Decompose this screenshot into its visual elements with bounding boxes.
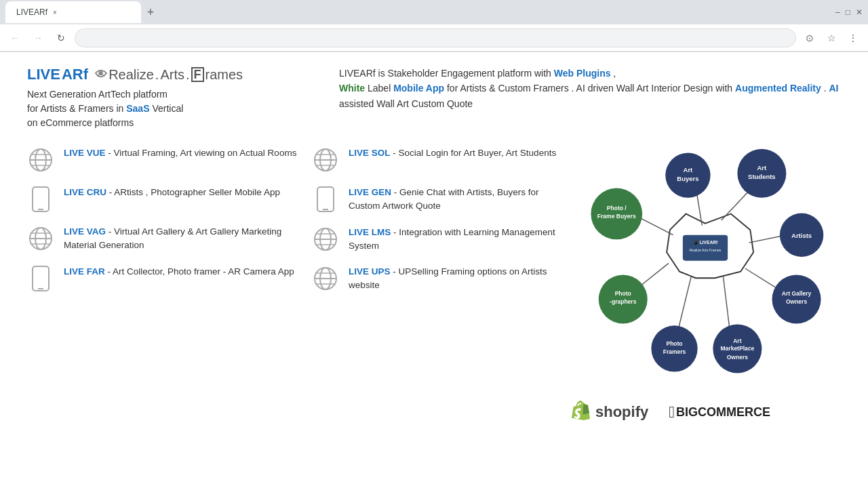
feature-cru-desc: - ARtists , Photographer Seller Mobile A… bbox=[106, 187, 280, 197]
subtitle-saas: SaaS bbox=[126, 103, 149, 114]
description-area: LIVEARf is Stakeholder Engagement platfo… bbox=[339, 66, 841, 130]
svg-rect-19 bbox=[317, 187, 334, 211]
feature-sol-name: LIVE SOL bbox=[349, 148, 391, 158]
logo-box-f: F bbox=[191, 67, 204, 82]
nav-bar: ← → ↻ ⊙ ☆ ⋮ bbox=[0, 24, 868, 52]
svg-text:Framers: Framers bbox=[663, 348, 686, 355]
globe-icon-sol bbox=[313, 147, 338, 173]
feature-far-icon bbox=[27, 265, 54, 292]
svg-text:Owners: Owners bbox=[727, 354, 748, 361]
active-tab[interactable]: LIVEARf × bbox=[5, 1, 141, 23]
logo-frames-rest: rames bbox=[205, 67, 243, 83]
minimize-button[interactable]: – bbox=[835, 7, 840, 17]
tab-bar: LIVEARf × + – □ ✕ bbox=[0, 0, 868, 24]
desc-ar: Augmented Reality bbox=[735, 83, 821, 94]
svg-rect-5 bbox=[33, 187, 49, 211]
more-menu-icon[interactable]: ⋮ bbox=[844, 28, 863, 47]
feature-far-desc: - Art Collector, Photo framer - AR Camer… bbox=[105, 266, 294, 277]
feature-lms: LIVE LMS - Integration with Learning Man… bbox=[312, 226, 570, 253]
feature-ups-icon bbox=[312, 265, 339, 292]
globe-icon-vue bbox=[28, 147, 54, 173]
subtitle-vertical: Vertical bbox=[150, 103, 184, 114]
features-left: LIVE VUE - Virtual Framing, Art viewing … bbox=[27, 146, 312, 397]
feature-far-name: LIVE FAR bbox=[64, 266, 105, 277]
forward-button[interactable]: → bbox=[28, 28, 47, 47]
desc-mid: for Artists & Custom Framers . AI driven… bbox=[444, 83, 735, 94]
bigcommerce-text: BIGCOMMERCE bbox=[676, 405, 770, 420]
logo-arts: Arts bbox=[160, 67, 184, 83]
svg-text:Artists: Artists bbox=[791, 232, 812, 239]
logo-eye-icon: 👁 bbox=[95, 68, 107, 82]
feature-vag-text: LIVE VAG - Virtual Art Gallery & Art Gal… bbox=[64, 225, 312, 253]
feature-cru-name: LIVE CRU bbox=[64, 187, 106, 197]
logo-dot1: . bbox=[155, 67, 159, 83]
subtitle-line1: Next Generation ArtTech platform bbox=[27, 89, 167, 100]
feature-cru-icon bbox=[27, 186, 54, 213]
svg-text:Students: Students bbox=[748, 173, 776, 180]
mobile-icon-far bbox=[30, 265, 52, 292]
shopify-logo: shopify bbox=[570, 400, 648, 424]
desc-prefix: LIVEARf is Stakeholder Engagement platfo… bbox=[339, 68, 554, 79]
reload-button[interactable]: ↻ bbox=[52, 28, 71, 47]
feature-vue-desc: - Virtual Framing, Art viewing on Actual… bbox=[106, 148, 297, 158]
back-button[interactable]: ← bbox=[5, 28, 24, 47]
logo-arf: ARf bbox=[62, 66, 88, 83]
shopify-text: shopify bbox=[595, 403, 648, 421]
feature-lms-icon bbox=[312, 226, 339, 253]
maximize-button[interactable]: □ bbox=[846, 7, 850, 17]
svg-text:Frame Buyers: Frame Buyers bbox=[597, 213, 636, 220]
feature-ups-name: LIVE UPS bbox=[349, 266, 391, 277]
globe-icon-ups bbox=[313, 266, 338, 291]
shopify-icon bbox=[570, 400, 591, 424]
desc-white: White bbox=[339, 83, 365, 94]
star-icon[interactable]: ☆ bbox=[822, 28, 841, 47]
feature-lms-text: LIVE LMS - Integration with Learning Man… bbox=[349, 226, 570, 253]
globe-icon-vag bbox=[28, 226, 54, 251]
subtitle-line2: for Artists & Framers in bbox=[27, 103, 126, 114]
svg-line-40 bbox=[678, 277, 691, 329]
stakeholder-diagram: 📱 LIVEARf Realize Arts Frames bbox=[583, 140, 827, 397]
svg-rect-12 bbox=[33, 266, 49, 291]
feature-vue: LIVE VUE - Virtual Framing, Art viewing … bbox=[27, 146, 312, 174]
logo-dot2: . bbox=[186, 67, 190, 83]
tab-close-button[interactable]: × bbox=[53, 9, 57, 16]
logo-area: LIVEARf 👁 Realize . Arts . Frames Next G… bbox=[27, 66, 312, 130]
account-icon[interactable]: ⊙ bbox=[800, 28, 819, 47]
svg-text:Photo /: Photo / bbox=[607, 205, 627, 211]
desc-ai: AI bbox=[829, 83, 839, 94]
feature-sol: LIVE SOL - Social Login for Art Buyer, A… bbox=[312, 146, 570, 174]
desc-dot: . bbox=[821, 83, 829, 94]
logo-subtitle: Next Generation ArtTech platform for Art… bbox=[27, 87, 312, 130]
feature-cru-text: LIVE CRU - ARtists , Photographer Seller… bbox=[64, 186, 280, 199]
feature-vag: LIVE VAG - Virtual Art Gallery & Art Gal… bbox=[27, 225, 312, 253]
mobile-icon-gen bbox=[315, 186, 336, 213]
svg-text:Art: Art bbox=[684, 166, 694, 174]
svg-text:📱 LIVEARf: 📱 LIVEARf bbox=[693, 239, 718, 245]
desc-end: assisted Wall Art Custom Quote bbox=[339, 98, 473, 109]
feature-sol-text: LIVE SOL - Social Login for Art Buyer, A… bbox=[349, 146, 556, 160]
header-section: LIVEARf 👁 Realize . Arts . Frames Next G… bbox=[27, 66, 841, 130]
close-window-button[interactable]: ✕ bbox=[856, 7, 863, 17]
feature-far-text: LIVE FAR - Art Collector, Photo framer -… bbox=[64, 265, 294, 279]
address-bar[interactable] bbox=[75, 28, 796, 47]
logo-realize: Realize bbox=[108, 67, 154, 83]
desc-comma: , bbox=[610, 68, 616, 79]
features-section: LIVE VUE - Virtual Framing, Art viewing … bbox=[27, 146, 841, 397]
svg-text:Photo: Photo bbox=[615, 290, 631, 297]
svg-text:Art Gallery: Art Gallery bbox=[782, 290, 812, 297]
feature-gen-text: LIVE GEN - Genie Chat with Artists, Buye… bbox=[349, 186, 570, 214]
mobile-icon-cru bbox=[30, 186, 52, 213]
feature-ups-text: LIVE UPS - UPSelling Framing options on … bbox=[349, 265, 570, 293]
feature-cru: LIVE CRU - ARtists , Photographer Seller… bbox=[27, 186, 312, 213]
svg-text:MarketPlace: MarketPlace bbox=[721, 345, 755, 352]
globe-icon-lms bbox=[313, 226, 338, 252]
feature-vag-icon bbox=[27, 225, 54, 252]
feature-far: LIVE FAR - Art Collector, Photo framer -… bbox=[27, 265, 312, 292]
subtitle-line3: on eCommerce platforms bbox=[27, 117, 134, 128]
feature-gen: LIVE GEN - Genie Chat with Artists, Buye… bbox=[312, 186, 570, 214]
svg-text:Owners: Owners bbox=[786, 298, 807, 305]
desc-label: Label bbox=[365, 83, 393, 94]
svg-text:-graphers: -graphers bbox=[610, 298, 637, 305]
new-tab-button[interactable]: + bbox=[141, 3, 160, 22]
bigcommerce-big: 𝉒 bbox=[669, 403, 675, 422]
